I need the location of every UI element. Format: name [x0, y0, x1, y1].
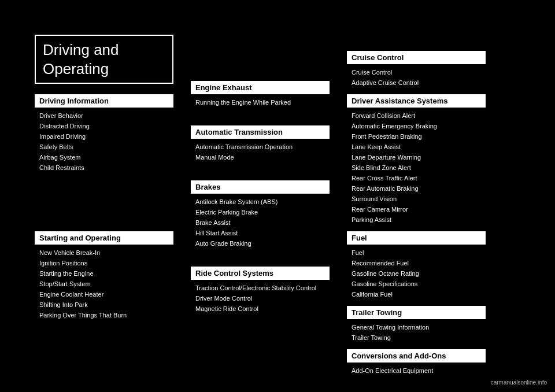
sub-item: Add-On Electrical Equipment — [347, 366, 497, 375]
sub-item: Starting the Engine — [35, 269, 185, 278]
sub-item: Ignition Positions — [35, 258, 185, 268]
sub-item: Rear Camera Mirror — [347, 205, 497, 214]
sub-item: Gasoline Octane Rating — [347, 269, 497, 278]
sub-item: Rear Automatic Braking — [347, 184, 497, 193]
sub-item: California Fuel — [347, 290, 497, 299]
column-3: Cruise Control Cruise Control Adaptive C… — [347, 35, 497, 357]
sub-item: Impaired Driving — [35, 132, 185, 141]
section-header-ride-control[interactable]: Ride Control Systems — [191, 267, 330, 280]
section-header-driving-information[interactable]: Driving Information — [35, 94, 173, 108]
section-header-conversions[interactable]: Conversions and Add-Ons — [347, 349, 486, 363]
sub-item: Manual Mode — [191, 153, 341, 162]
sub-item: Gasoline Specifications — [347, 279, 497, 289]
sub-item: Electric Parking Brake — [191, 208, 341, 217]
sub-item: Magnetic Ride Control — [191, 304, 341, 313]
sub-item: Parking Assist — [347, 215, 497, 224]
sub-item: Automatic Transmission Operation — [191, 142, 341, 151]
sub-item: Airbag System — [35, 153, 185, 162]
sub-item: Auto Grade Braking — [191, 239, 341, 248]
section-header-engine-exhaust[interactable]: Engine Exhaust — [191, 81, 330, 94]
sub-item: Forward Collision Alert — [347, 111, 497, 120]
section-header-trailer-towing[interactable]: Trailer Towing — [347, 306, 486, 319]
sub-item: Running the Engine While Parked — [191, 98, 341, 107]
sub-item: Safety Belts — [35, 142, 185, 151]
sub-item: Brake Assist — [191, 218, 341, 227]
section-header-starting-operating[interactable]: Starting and Operating — [35, 231, 173, 245]
sub-item: Distracted Driving — [35, 121, 185, 131]
sub-item: Fuel — [347, 248, 497, 257]
sub-item: General Towing Information — [347, 323, 497, 332]
sub-item: Front Pedestrian Braking — [347, 132, 497, 141]
sub-item: New Vehicle Break-In — [35, 248, 185, 257]
sub-item: Lane Keep Assist — [347, 142, 497, 151]
sub-item: Parking Over Things That Burn — [35, 310, 185, 320]
sub-item: Cruise Control — [347, 68, 497, 77]
main-title: Driving and Operating — [43, 40, 165, 78]
sub-item: Driver Mode Control — [191, 294, 341, 303]
sub-item: Adaptive Cruise Control — [347, 78, 497, 87]
sub-item: Engine Coolant Heater — [35, 290, 185, 299]
sub-item: Side Blind Zone Alert — [347, 163, 497, 172]
columns-layout: Driving and Operating Driving Informatio… — [35, 35, 520, 357]
sub-item: Surround Vision — [347, 194, 497, 204]
sub-item: Traction Control/Electronic Stability Co… — [191, 283, 341, 293]
sub-item: Automatic Emergency Braking — [347, 121, 497, 131]
sub-item: Stop/Start System — [35, 279, 185, 289]
sub-item: Rear Cross Traffic Alert — [347, 173, 497, 183]
sub-item: Recommended Fuel — [347, 258, 497, 268]
section-header-cruise-control[interactable]: Cruise Control — [347, 51, 486, 64]
content-area: Driving and Operating Driving Informatio… — [35, 35, 520, 357]
sub-item: Antilock Brake System (ABS) — [191, 197, 341, 206]
section-header-fuel[interactable]: Fuel — [347, 231, 486, 245]
section-header-brakes[interactable]: Brakes — [191, 180, 330, 194]
sub-item: Hill Start Assist — [191, 228, 341, 238]
column-1: Driving and Operating Driving Informatio… — [35, 35, 185, 357]
sub-item: Driver Behavior — [35, 111, 185, 120]
sub-item: Trailer Towing — [347, 333, 497, 342]
section-header-driver-assistance[interactable]: Driver Assistance Systems — [347, 94, 486, 108]
watermark: carmanualsonline.info — [487, 378, 550, 387]
sub-item: Child Restraints — [35, 163, 185, 172]
main-title-box: Driving and Operating — [35, 35, 173, 84]
sub-item: Lane Departure Warning — [347, 153, 497, 162]
section-header-automatic-transmission[interactable]: Automatic Transmission — [191, 125, 330, 139]
sub-item: Shifting Into Park — [35, 300, 185, 309]
column-2: Engine Exhaust Running the Engine While … — [191, 35, 341, 357]
page-container: Driving and Operating Driving Informatio… — [0, 0, 555, 392]
